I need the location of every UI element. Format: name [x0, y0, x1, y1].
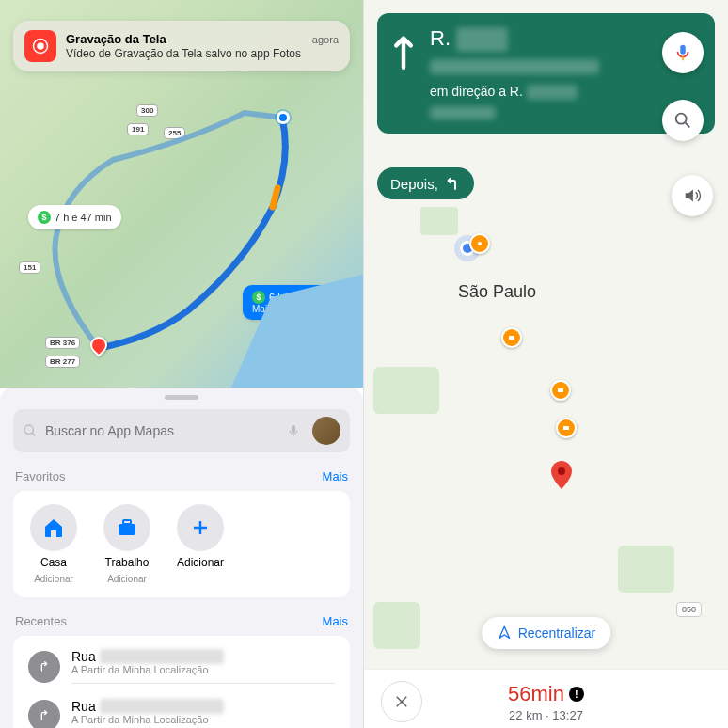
main-route-badge[interactable]: $6 h e 13 min Mais Rápida [243, 285, 336, 320]
favorite-add[interactable]: Adicionar [177, 504, 224, 584]
favorite-label: Casa [40, 556, 67, 569]
turn-right-icon [28, 700, 60, 728]
favorite-sub: Adicionar [107, 574, 147, 584]
search-button[interactable] [662, 100, 704, 141]
current-location-dot [277, 111, 290, 124]
turn-left-icon [444, 175, 461, 192]
eta-block[interactable]: 56min! 22 km · 13:27 [441, 682, 651, 722]
park [420, 207, 458, 235]
notification-title: Gravação da Tela [66, 32, 166, 46]
audio-button[interactable] [672, 175, 713, 216]
favorite-work[interactable]: Trabalho Adicionar [103, 504, 150, 584]
recent-item[interactable]: Rua redacted street name A Partir da Min… [23, 691, 340, 728]
favorites-card: Casa Adicionar Trabalho Adicionar Adicio… [13, 491, 350, 597]
favorite-label: Trabalho [105, 556, 150, 569]
search-bar[interactable] [13, 409, 350, 452]
svg-rect-11 [558, 388, 563, 392]
destination-pin [550, 461, 573, 489]
recents-heading: Recentes [15, 614, 67, 628]
speaker-icon [682, 185, 703, 206]
main-route-label: Mais Rápida [252, 304, 305, 314]
bottom-bar: 56min! 22 km · 13:27 [364, 669, 728, 728]
search-input[interactable] [45, 423, 278, 438]
park [373, 367, 439, 414]
park [373, 602, 420, 649]
close-navigation-button[interactable] [381, 681, 422, 722]
straight-arrow-icon [390, 32, 417, 73]
city-label: São Paulo [458, 282, 536, 302]
screen-recording-notification[interactable]: Gravação da Tela agora Vídeo de Gravação… [13, 21, 350, 71]
favorites-heading: Favoritos [15, 469, 65, 483]
home-icon [30, 504, 77, 551]
warning-icon: ! [569, 687, 584, 702]
record-icon [24, 30, 56, 62]
svg-point-13 [558, 467, 565, 475]
navigation-icon [497, 625, 512, 641]
speed-camera-icon[interactable] [501, 327, 522, 348]
svg-point-2 [24, 425, 33, 434]
next-turn-chip[interactable]: Depois, [377, 167, 474, 199]
destination-street: R. redac [430, 26, 649, 52]
recenter-button[interactable]: Recentralizar [482, 617, 610, 649]
favorite-label: Adicionar [177, 556, 224, 569]
close-icon [393, 693, 410, 710]
voice-search-button[interactable] [662, 32, 704, 73]
svg-rect-12 [563, 426, 569, 430]
eta-details: 22 km · 13:27 [441, 708, 651, 722]
recent-sub: A Partir da Minha Localização [71, 714, 335, 725]
next-turn-label: Depois, [390, 176, 438, 192]
recent-item[interactable]: Rua redacted street name A Partir da Min… [23, 641, 340, 691]
profile-avatar[interactable] [312, 417, 340, 445]
sheet-grabber[interactable] [165, 395, 198, 400]
plus-icon [177, 504, 224, 551]
speed-camera-icon[interactable] [556, 418, 577, 438]
recenter-label: Recentralizar [518, 625, 595, 641]
favorite-home[interactable]: Casa Adicionar [30, 504, 77, 584]
hazard-icon[interactable] [469, 233, 490, 254]
search-icon [23, 423, 38, 438]
google-maps-panel: 050 São Paulo R. redac redacted long nam… [364, 0, 728, 728]
main-route-time: 6 h e 13 min [269, 292, 326, 303]
toll-icon: $ [252, 291, 265, 304]
turn-right-icon [28, 651, 60, 683]
svg-rect-5 [119, 524, 135, 535]
mic-icon[interactable] [286, 423, 301, 438]
svg-rect-14 [680, 45, 686, 55]
recents-more-link[interactable]: Mais [323, 614, 348, 628]
svg-line-17 [686, 123, 690, 128]
svg-rect-10 [509, 336, 514, 340]
svg-line-3 [32, 433, 35, 435]
svg-point-9 [478, 242, 482, 245]
svg-rect-4 [292, 425, 295, 433]
favorite-sub: Adicionar [34, 574, 73, 584]
favorites-more-link[interactable]: Mais [323, 469, 348, 483]
recent-title: Rua redacted street name [71, 649, 335, 664]
toll-icon: $ [38, 211, 51, 224]
notification-time: agora [312, 34, 339, 45]
bottom-sheet[interactable]: Favoritos Mais Casa Adicionar Trabalho A… [0, 388, 363, 728]
alt-route-time: 7 h e 47 min [55, 212, 112, 223]
apple-maps-panel: 300 191 255 151 BR 376 BR 277 $ 7 h e 47… [0, 0, 364, 728]
svg-point-1 [37, 42, 44, 50]
speed-camera-icon[interactable] [550, 380, 571, 401]
road-shield: 050 [676, 602, 702, 617]
recent-title: Rua redacted street name [71, 699, 335, 714]
notification-message: Vídeo de Gravação da Tela salvo no app F… [66, 47, 339, 60]
search-icon [673, 110, 693, 131]
recents-card: Rua redacted street name A Partir da Min… [13, 636, 350, 728]
svg-rect-6 [123, 520, 131, 524]
park [618, 546, 674, 593]
alt-route-badge[interactable]: $ 7 h e 47 min [28, 205, 121, 229]
recent-sub: A Partir da Minha Localização [71, 664, 335, 675]
destination-toward: em direção a R. redacted [430, 84, 649, 100]
briefcase-icon [103, 504, 150, 551]
mic-icon [673, 42, 693, 63]
eta-time: 56min! [508, 682, 584, 706]
svg-point-16 [676, 114, 687, 124]
